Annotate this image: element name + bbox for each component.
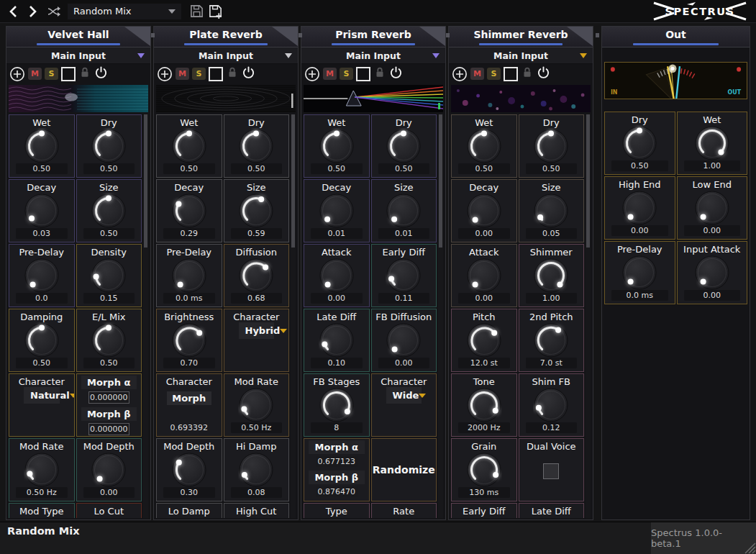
param-value[interactable]: 0.50 xyxy=(16,163,68,174)
morph-value-field[interactable]: 0.000000 xyxy=(88,423,130,435)
param-value[interactable]: 0.30 xyxy=(163,487,215,498)
module-checkbox[interactable] xyxy=(61,67,76,81)
power-button[interactable] xyxy=(94,65,108,82)
save-preset-button[interactable] xyxy=(187,2,206,21)
solo-button[interactable]: S xyxy=(192,68,206,80)
param-value[interactable]: 0.00 xyxy=(458,228,510,239)
param-value[interactable]: 0.50 xyxy=(378,163,430,174)
param-value[interactable]: 0.50 xyxy=(311,163,363,174)
param-value[interactable]: 0.50 xyxy=(458,163,510,174)
knob-dry[interactable] xyxy=(605,125,675,160)
preset-selector[interactable]: Random Mix xyxy=(68,4,181,19)
input-source-dropdown[interactable]: Main Input xyxy=(301,47,445,64)
knob-pitch[interactable] xyxy=(452,322,516,358)
knob-high-cut[interactable] xyxy=(224,517,289,518)
morph-value-field[interactable]: 0.677123 xyxy=(316,456,357,467)
knob-wet[interactable] xyxy=(452,128,516,163)
param-value[interactable]: 0.50 xyxy=(526,163,578,174)
random-preset-button[interactable] xyxy=(45,2,63,21)
dropdown-character[interactable]: Natural xyxy=(24,387,60,404)
knob-dry[interactable] xyxy=(77,128,142,163)
knob-mod-rate[interactable] xyxy=(9,452,74,487)
knob-size[interactable] xyxy=(372,193,437,228)
knob-decay[interactable] xyxy=(452,193,516,228)
module-header[interactable]: Out xyxy=(602,27,750,47)
param-value[interactable]: 0.00 xyxy=(378,358,430,368)
param-value[interactable]: 8 xyxy=(311,422,363,433)
knob-wet[interactable] xyxy=(304,128,369,163)
input-source-dropdown[interactable]: Main Input xyxy=(449,47,593,64)
param-value[interactable]: 0.0 ms xyxy=(611,290,668,301)
knob-wet[interactable] xyxy=(157,128,222,163)
mute-button[interactable]: M xyxy=(176,68,189,80)
input-source-dropdown[interactable]: Main Input xyxy=(6,47,150,64)
scrollbar-thumb[interactable] xyxy=(144,114,147,248)
solo-button[interactable]: S xyxy=(340,68,353,80)
add-module-button[interactable] xyxy=(157,66,173,82)
knob-grain[interactable] xyxy=(452,452,516,487)
knob-lo-cut[interactable] xyxy=(77,517,142,518)
add-module-button[interactable] xyxy=(9,66,25,82)
forward-button[interactable] xyxy=(23,2,42,21)
module-checkbox[interactable] xyxy=(356,67,370,81)
knob-decay[interactable] xyxy=(157,193,222,228)
param-value[interactable]: 0.00 xyxy=(684,225,741,236)
knob-early-diff[interactable] xyxy=(372,258,437,293)
knob-wet[interactable] xyxy=(678,125,747,160)
param-value[interactable]: 0.00 xyxy=(684,290,741,301)
knob-damping[interactable] xyxy=(9,322,74,358)
knob-attack[interactable] xyxy=(304,258,369,293)
knob-shimmer[interactable] xyxy=(519,258,584,293)
param-value[interactable]: 0.01 xyxy=(311,228,363,239)
param-value[interactable]: 0.50 xyxy=(83,228,135,239)
knob-mod-depth[interactable] xyxy=(77,452,142,487)
knob-late-diff[interactable] xyxy=(304,322,369,358)
knob-brightness[interactable] xyxy=(157,322,222,358)
knob-lo-damp[interactable] xyxy=(157,517,222,518)
param-value[interactable]: 0.50 xyxy=(16,358,68,368)
param-value[interactable]: 0.59 xyxy=(231,228,283,239)
param-value[interactable]: 0.00 xyxy=(458,293,510,304)
param-value[interactable]: 0.0 xyxy=(16,293,68,304)
knob-2nd-pitch[interactable] xyxy=(519,322,584,358)
module-header[interactable]: Plate Reverb xyxy=(154,27,298,47)
param-value[interactable]: 0.0 ms xyxy=(163,293,215,304)
param-value[interactable]: 0.50 xyxy=(83,358,135,368)
dropdown-character[interactable]: Hybrid xyxy=(239,322,275,339)
knob-decay[interactable] xyxy=(9,193,74,228)
param-value[interactable]: 0.693392 xyxy=(163,422,215,433)
param-value[interactable]: 0.00 xyxy=(611,225,668,236)
param-value[interactable]: 0.15 xyxy=(83,293,135,304)
mute-button[interactable]: M xyxy=(323,68,337,80)
param-value[interactable]: 0.03 xyxy=(16,228,68,239)
dual-voice-checkbox[interactable] xyxy=(543,463,559,479)
scrollbar-thumb[interactable] xyxy=(586,114,590,248)
solo-button[interactable]: S xyxy=(487,68,501,80)
param-value[interactable]: 0.01 xyxy=(378,228,430,239)
add-module-button[interactable] xyxy=(452,66,468,82)
param-value[interactable]: 0.00 xyxy=(311,293,363,304)
param-value[interactable]: 0.00 xyxy=(83,487,135,498)
knob-size[interactable] xyxy=(224,193,289,228)
knob-e-l-mix[interactable] xyxy=(77,322,142,358)
lock-button[interactable] xyxy=(78,65,91,82)
param-value[interactable]: 0.50 xyxy=(163,163,215,174)
knob-high-end[interactable] xyxy=(605,190,675,225)
input-source-dropdown[interactable]: Main Input xyxy=(154,47,298,64)
param-value[interactable]: 0.70 xyxy=(163,358,215,368)
knob-size[interactable] xyxy=(519,193,584,228)
morph-value-field[interactable]: 0.000000 xyxy=(88,391,130,404)
param-value[interactable]: 0.50 Hz xyxy=(231,422,283,433)
dropdown-character[interactable]: Wide xyxy=(386,387,422,404)
knob-diffusion[interactable] xyxy=(224,258,289,293)
param-value[interactable]: 7.0 st xyxy=(526,358,578,368)
randomize-button[interactable]: Randomize xyxy=(372,439,437,501)
knob-wet[interactable] xyxy=(9,128,74,163)
add-module-button[interactable] xyxy=(304,66,320,82)
param-value[interactable]: 0.50 xyxy=(231,163,283,174)
knob-dry[interactable] xyxy=(519,128,584,163)
morph-value-field[interactable]: 0.876470 xyxy=(316,486,357,497)
param-value[interactable]: 0.50 Hz xyxy=(16,487,68,498)
knob-late-diff[interactable] xyxy=(519,517,584,518)
knob-fb-stages[interactable] xyxy=(304,387,369,422)
